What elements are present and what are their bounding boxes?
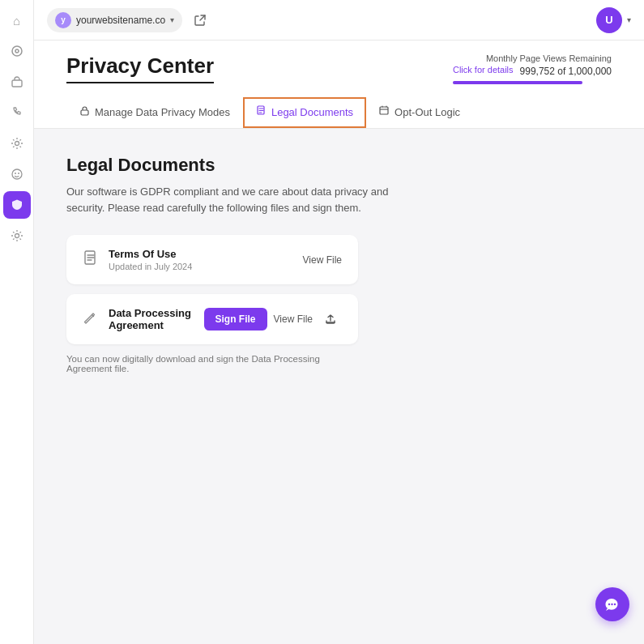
svg-point-4 (12, 169, 22, 179)
dpa-card: Data Processing Agreement Sign File View… (66, 294, 358, 344)
dpa-view-file-button[interactable]: View File (274, 313, 313, 325)
page-header: Privacy Center Monthly Page Views Remain… (34, 41, 644, 129)
tab-manage-label: Manage Data Privacy Modes (95, 106, 230, 118)
sidebar-item-gear2[interactable] (3, 222, 31, 249)
dpa-note: You can now digitally download and sign … (66, 354, 358, 373)
main-content: y yourwebsitename.co ▾ U ▾ Privacy Cente… (34, 0, 644, 644)
svg-point-12 (608, 603, 610, 605)
svg-point-3 (15, 142, 19, 146)
sidebar-item-phone[interactable] (3, 99, 31, 126)
svg-point-6 (18, 173, 19, 174)
sidebar-item-settings[interactable] (3, 130, 31, 157)
topbar: y yourwebsitename.co ▾ U ▾ (34, 0, 644, 41)
svg-rect-8 (81, 110, 88, 115)
svg-point-1 (15, 49, 19, 53)
svg-point-0 (12, 46, 22, 56)
chat-fab-button[interactable] (595, 587, 629, 621)
terms-actions: View File (303, 254, 342, 266)
svg-rect-10 (380, 107, 388, 114)
terms-updated: Updated in July 2024 (109, 262, 293, 271)
page-title: Privacy Center (66, 53, 214, 83)
terms-document-icon (83, 249, 99, 270)
document-icon (256, 105, 267, 118)
sign-file-button[interactable]: Sign File (204, 308, 267, 331)
page-views-bar (453, 81, 582, 84)
dpa-actions: Sign File View File (204, 308, 342, 331)
page-views-link[interactable]: Click for details (453, 65, 514, 75)
svg-point-14 (614, 603, 616, 605)
tab-legal[interactable]: Legal Documents (243, 97, 366, 128)
dpa-name: Data Processing Agreement (109, 307, 194, 331)
sidebar-item-face[interactable] (3, 160, 31, 188)
terms-of-use-card: Terms Of Use Updated in July 2024 View F… (66, 235, 358, 284)
page-views-info: Monthly Page Views Remaining Click for d… (453, 53, 612, 84)
sidebar: ⌂ (0, 0, 34, 644)
sidebar-item-home[interactable]: ⌂ (3, 6, 31, 34)
tab-manage[interactable]: Manage Data Privacy Modes (66, 97, 243, 128)
terms-info: Terms Of Use Updated in July 2024 (109, 248, 293, 271)
lock-icon (79, 105, 90, 118)
page-views-bar-fill (453, 81, 582, 84)
page-views-value: 999,752 of 1,000,000 (520, 66, 612, 77)
sidebar-item-shop[interactable] (3, 68, 31, 96)
tab-optout-label: Opt-Out Logic (395, 106, 460, 118)
page-views-label: Monthly Page Views Remaining (453, 53, 612, 63)
tab-legal-label: Legal Documents (271, 106, 353, 118)
svg-point-13 (611, 603, 612, 605)
page-header-top: Privacy Center Monthly Page Views Remain… (66, 53, 612, 84)
dpa-info: Data Processing Agreement (109, 307, 194, 331)
page-content: Privacy Center Monthly Page Views Remain… (34, 41, 644, 644)
terms-name: Terms Of Use (109, 248, 293, 260)
svg-point-7 (15, 234, 19, 238)
svg-rect-2 (12, 80, 22, 87)
user-menu-chevron: ▾ (627, 15, 631, 24)
upload-button[interactable] (319, 308, 342, 331)
tab-optout[interactable]: Opt-Out Logic (366, 97, 473, 128)
chevron-down-icon: ▾ (170, 15, 174, 24)
section-description: Our software is GDPR compliant and we ca… (66, 184, 407, 215)
redirect-icon[interactable] (189, 9, 211, 32)
inner-content: Legal Documents Our software is GDPR com… (34, 129, 644, 399)
site-name: yourwebsitename.co (76, 15, 165, 26)
site-selector[interactable]: y yourwebsitename.co ▾ (47, 8, 182, 32)
svg-point-5 (15, 173, 16, 174)
sidebar-item-privacy[interactable] (3, 191, 31, 219)
site-avatar: y (55, 12, 71, 28)
user-avatar[interactable]: U (596, 7, 622, 33)
section-title: Legal Documents (66, 155, 612, 176)
optout-icon (379, 105, 390, 118)
dpa-document-icon (83, 309, 99, 330)
sidebar-item-analytics[interactable] (3, 37, 31, 65)
tabs: Manage Data Privacy Modes Legal Document… (66, 97, 612, 128)
terms-view-file-button[interactable]: View File (303, 254, 342, 266)
